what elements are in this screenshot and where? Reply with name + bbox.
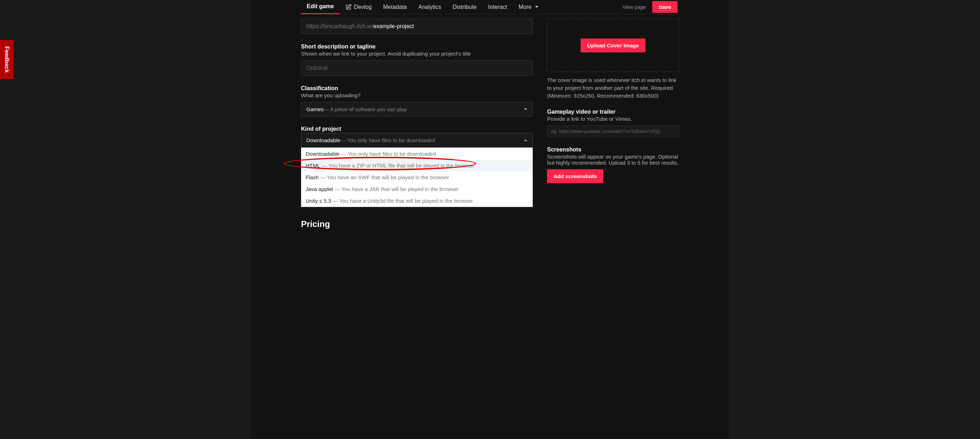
tagline-sub: Shown when we link to your project. Avoi… — [301, 51, 533, 57]
pricing-heading: Pricing — [301, 219, 533, 229]
trailer-sub: Provide a link to YouTube or Vimeo. — [547, 116, 679, 122]
kind-field: Kind of project Downloadable — You only … — [301, 126, 533, 207]
kind-label: Kind of project — [301, 126, 533, 132]
classification-selected-hint: — A piece of software you can play — [323, 106, 407, 112]
url-slug: example-project — [373, 23, 414, 30]
trailer-input[interactable] — [547, 125, 679, 137]
tagline-field: Short description or tagline Shown when … — [301, 43, 533, 76]
kind-dropdown: Downloadable — You only have files to be… — [301, 147, 533, 207]
add-screenshots-button[interactable]: Add screenshots — [547, 169, 603, 183]
chevron-down-icon — [535, 6, 538, 8]
nav-devlog[interactable]: Devlog — [339, 0, 377, 14]
trailer-field: Gameplay video or trailer Provide a link… — [547, 109, 679, 137]
pencil-square-icon — [345, 4, 352, 10]
kind-select[interactable]: Downloadable — You only have files to be… — [301, 133, 533, 147]
chevron-down-icon — [524, 108, 527, 110]
screenshots-sub: Screenshots will appear on your game's p… — [547, 154, 679, 166]
kind-selected: Downloadable — [306, 137, 340, 143]
classification-field: Classification What are you uploading? G… — [301, 85, 533, 117]
nav-more[interactable]: More — [513, 0, 544, 14]
kind-selected-hint: — You only have files to be downloaded — [340, 137, 435, 143]
upload-cover-button[interactable]: Upload Cover Image — [581, 38, 645, 52]
save-button[interactable]: Save — [652, 1, 678, 13]
nav-metadata[interactable]: Metadata — [377, 0, 413, 14]
nav-analytics[interactable]: Analytics — [413, 0, 447, 14]
url-prefix: https://bmcarbaugh.itch.io/ — [306, 23, 373, 30]
classification-select[interactable]: Games — A piece of software you can play — [301, 102, 533, 117]
classification-label: Classification — [301, 85, 533, 92]
trailer-label: Gameplay video or trailer — [547, 109, 679, 115]
kind-option-java-applet[interactable]: Java applet — You have a JAR that will b… — [301, 183, 533, 195]
tagline-label: Short description or tagline — [301, 43, 533, 50]
classification-selected: Games — [306, 106, 323, 112]
tagline-input[interactable] — [301, 60, 533, 76]
classification-sub: What are you uploading? — [301, 92, 533, 98]
nav-interact[interactable]: Interact — [482, 0, 513, 14]
project-url-field: https://bmcarbaugh.itch.io/example-proje… — [301, 19, 533, 34]
chevron-up-icon — [524, 139, 527, 141]
nav-edit-game[interactable]: Edit game — [301, 0, 339, 14]
cover-desc: The cover image is used whenever itch.io… — [547, 76, 679, 100]
nav-more-label: More — [519, 4, 531, 10]
kind-option-flash[interactable]: Flash — You have an SWF that will be pla… — [301, 171, 533, 183]
screenshots-label: Screenshots — [547, 146, 679, 153]
cover-upload-area: Upload Cover Image — [547, 19, 679, 72]
nav-distribute[interactable]: Distribute — [447, 0, 482, 14]
kind-option-downloadable[interactable]: Downloadable — You only have files to be… — [301, 148, 533, 160]
kind-option-unity[interactable]: Unity ≤ 5.3 — You have a Unity3d file th… — [301, 195, 533, 207]
view-page-link[interactable]: View page — [618, 4, 651, 10]
nav-devlog-label: Devlog — [354, 4, 372, 10]
kind-option-html[interactable]: HTML — You have a ZIP or HTML file that … — [301, 160, 533, 171]
feedback-tab[interactable]: Feedback — [0, 40, 14, 79]
top-nav: Edit game Devlog Metadata Analytics Dist… — [301, 0, 679, 14]
project-url-input[interactable]: https://bmcarbaugh.itch.io/example-proje… — [301, 19, 533, 34]
screenshots-field: Screenshots Screenshots will appear on y… — [547, 146, 679, 183]
